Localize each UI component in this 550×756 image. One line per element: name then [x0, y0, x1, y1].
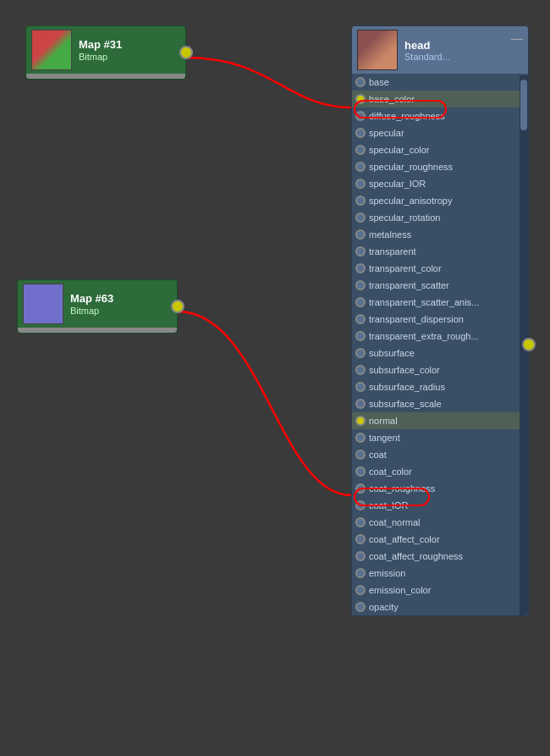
socket-coat-color[interactable] — [355, 466, 366, 477]
socket-row-transparent-color[interactable]: transparent_color — [352, 260, 528, 277]
node-map63-output[interactable] — [171, 300, 184, 313]
socket-transparent-dispersion[interactable] — [355, 314, 366, 324]
socket-label-transparent-extra-rough---: transparent_extra_rough... — [369, 331, 479, 341]
socket-transparent-scatter[interactable] — [355, 280, 366, 290]
socket-row-transparent-scatter-anis---[interactable]: transparent_scatter_anis... — [352, 294, 528, 311]
node-standard-thumbnail — [357, 30, 398, 70]
node-map31-footer — [26, 74, 185, 79]
socket-label-subsurface-color: subsurface_color — [369, 365, 440, 375]
socket-emission[interactable] — [355, 568, 366, 578]
socket-row-specular-color[interactable]: specular_color — [352, 141, 528, 158]
socket-row-specular-roughness[interactable]: specular_roughness — [352, 158, 528, 175]
socket-row-transparent-scatter[interactable]: transparent_scatter — [352, 277, 528, 294]
socket-row-transparent[interactable]: transparent — [352, 243, 528, 260]
socket-row-subsurface-scale[interactable]: subsurface_scale — [352, 395, 528, 412]
socket-coat-roughness[interactable] — [355, 483, 366, 494]
socket-emission-color[interactable] — [355, 585, 366, 595]
socket-label-coat-IOR: coat_IOR — [369, 500, 408, 510]
socket-row-specular[interactable]: specular — [352, 124, 528, 141]
socket-label-transparent: transparent — [369, 246, 416, 257]
socket-coat-affect-color[interactable] — [355, 534, 366, 544]
socket-row-specular-anisotropy[interactable]: specular_anisotropy — [352, 192, 528, 209]
socket-row-coat-IOR[interactable]: coat_IOR — [352, 497, 528, 514]
node-map63-header: Map #63 Bitmap — [18, 280, 177, 328]
socket-label-emission: emission — [369, 568, 405, 578]
socket-row-emission-color[interactable]: emission_color — [352, 582, 528, 599]
socket-base-color[interactable] — [355, 94, 366, 104]
socket-specular[interactable] — [355, 128, 366, 138]
socket-row-diffuse-roughness[interactable]: diffuse_roughness — [352, 108, 528, 124]
node-map31[interactable]: Map #31 Bitmap — [25, 25, 186, 80]
socket-row-coat[interactable]: coat — [352, 446, 528, 463]
socket-opacity[interactable] — [355, 602, 366, 612]
socket-row-coat-roughness[interactable]: coat_roughness — [352, 480, 528, 497]
socket-tangent[interactable] — [355, 433, 366, 443]
socket-row-opacity[interactable]: opacity — [352, 599, 528, 615]
socket-subsurface[interactable] — [355, 348, 366, 358]
socket-label-coat-roughness: coat_roughness — [369, 483, 435, 494]
socket-label-specular-rotation: specular_rotation — [369, 212, 440, 223]
socket-coat-normal[interactable] — [355, 517, 366, 527]
socket-row-emission[interactable]: emission — [352, 565, 528, 582]
socket-base[interactable] — [355, 77, 366, 87]
socket-row-coat-normal[interactable]: coat_normal — [352, 514, 528, 531]
socket-label-tangent: tangent — [369, 433, 400, 443]
socket-row-subsurface-color[interactable]: subsurface_color — [352, 361, 528, 378]
socket-label-specular-IOR: specular_IOR — [369, 179, 426, 189]
socket-row-coat-color[interactable]: coat_color — [352, 463, 528, 480]
socket-label-subsurface-radius: subsurface_radius — [369, 382, 445, 392]
socket-row-metalness[interactable]: metalness — [352, 226, 528, 243]
socket-subsurface-scale[interactable] — [355, 399, 366, 409]
socket-row-specular-IOR[interactable]: specular_IOR — [352, 175, 528, 192]
socket-metalness[interactable] — [355, 229, 366, 240]
node-map31-output[interactable] — [179, 46, 193, 59]
socket-label-base: base — [369, 77, 389, 87]
socket-coat[interactable] — [355, 450, 366, 460]
node-standard[interactable]: head Standard... — basebase_colordiffuse… — [351, 25, 529, 616]
node-standard-title: head — [404, 39, 450, 52]
socket-subsurface-color[interactable] — [355, 365, 366, 375]
socket-transparent-scatter-anis---[interactable] — [355, 297, 366, 307]
close-button[interactable]: — — [511, 31, 523, 45]
socket-row-subsurface-radius[interactable]: subsurface_radius — [352, 378, 528, 395]
socket-row-base-color[interactable]: base_color — [352, 91, 528, 108]
node-map31-labels: Map #31 Bitmap — [79, 38, 122, 63]
socket-row-base[interactable]: base — [352, 74, 528, 91]
socket-label-coat-color: coat_color — [369, 466, 412, 477]
socket-label-emission-color: emission_color — [369, 585, 431, 595]
node-map31-thumbnail — [31, 30, 72, 70]
node-standard-labels: head Standard... — [404, 39, 450, 62]
node-map31-subtitle: Bitmap — [79, 52, 122, 62]
socket-label-normal: normal — [369, 416, 398, 426]
socket-diffuse-roughness[interactable] — [355, 111, 366, 121]
socket-specular-roughness[interactable] — [355, 162, 366, 172]
socket-specular-rotation[interactable] — [355, 212, 366, 223]
socket-row-specular-rotation[interactable]: specular_rotation — [352, 209, 528, 226]
socket-transparent-color[interactable] — [355, 263, 366, 273]
socket-coat-IOR[interactable] — [355, 500, 366, 510]
socket-label-coat: coat — [369, 450, 387, 460]
socket-normal[interactable] — [355, 416, 366, 426]
socket-label-base-color: base_color — [369, 94, 415, 104]
socket-label-coat-affect-roughness: coat_affect_roughness — [369, 551, 463, 561]
socket-row-transparent-extra-rough---[interactable]: transparent_extra_rough... — [352, 328, 528, 345]
socket-subsurface-radius[interactable] — [355, 382, 366, 392]
socket-specular-IOR[interactable] — [355, 179, 366, 189]
scrollbar-thumb[interactable] — [520, 80, 527, 130]
socket-row-normal[interactable]: normal — [352, 412, 528, 429]
socket-coat-affect-roughness[interactable] — [355, 551, 366, 561]
socket-row-subsurface[interactable]: subsurface — [352, 345, 528, 361]
socket-row-coat-affect-color[interactable]: coat_affect_color — [352, 531, 528, 548]
socket-row-tangent[interactable]: tangent — [352, 429, 528, 446]
socket-transparent-extra-rough---[interactable] — [355, 331, 366, 341]
node-map63-subtitle: Bitmap — [70, 306, 113, 316]
socket-row-transparent-dispersion[interactable]: transparent_dispersion — [352, 311, 528, 328]
socket-specular-anisotropy[interactable] — [355, 196, 366, 206]
socket-specular-color[interactable] — [355, 145, 366, 155]
socket-transparent[interactable] — [355, 246, 366, 257]
node-map63[interactable]: Map #63 Bitmap — [17, 279, 178, 334]
node-standard-header: head Standard... — — [352, 26, 528, 74]
socket-label-specular-anisotropy: specular_anisotropy — [369, 196, 452, 206]
node-standard-output[interactable] — [522, 338, 536, 351]
socket-row-coat-affect-roughness[interactable]: coat_affect_roughness — [352, 548, 528, 565]
